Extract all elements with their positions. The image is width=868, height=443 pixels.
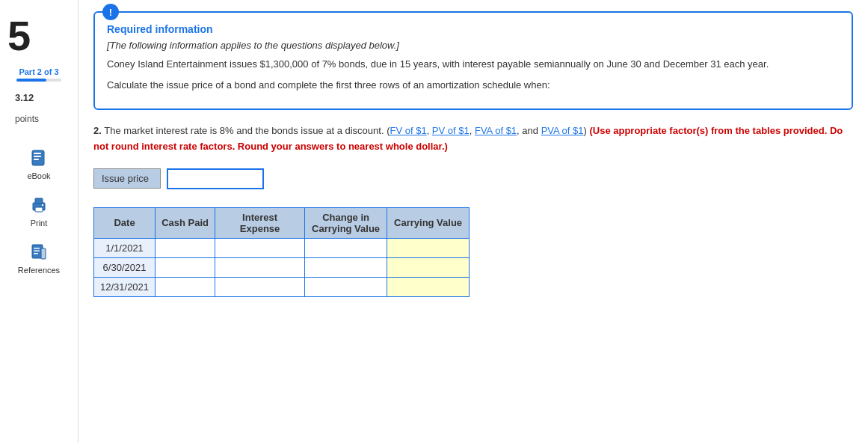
info-icon: ! xyxy=(102,4,119,20)
references-label: References xyxy=(18,266,60,275)
part-label: Part 2 of 3 xyxy=(19,67,58,76)
header-cash-paid: Cash Paid xyxy=(156,207,215,238)
references-button[interactable]: References xyxy=(18,241,60,275)
ebook-icon xyxy=(28,147,50,169)
issue-price-label: Issue price xyxy=(93,168,161,189)
info-box: ! Required information [The following in… xyxy=(93,11,853,110)
header-carrying-value: Carrying Value xyxy=(387,207,470,238)
change-input-3[interactable] xyxy=(311,281,381,293)
info-body: Coney Island Entertainment issues $1,300… xyxy=(107,57,840,72)
part-progress-bar xyxy=(16,79,61,82)
cash-paid-cell-2[interactable] xyxy=(156,257,215,277)
carrying-input-1[interactable] xyxy=(393,242,463,254)
interest-expense-cell-3[interactable] xyxy=(215,277,305,296)
header-date: Date xyxy=(94,207,156,238)
question-text: 2. The market interest rate is 8% and th… xyxy=(93,123,853,155)
question-section: 2. The market interest rate is 8% and th… xyxy=(93,123,853,155)
change-input-1[interactable] xyxy=(311,242,381,254)
issue-price-input[interactable] xyxy=(167,168,264,189)
carrying-input-2[interactable] xyxy=(393,262,463,273)
fva-link[interactable]: FVA of $1 xyxy=(475,125,517,136)
date-cell-3: 12/31/2021 xyxy=(94,277,156,296)
question-number-label: 2. xyxy=(93,125,102,136)
interest-expense-input-2[interactable] xyxy=(221,262,298,273)
ebook-label: eBook xyxy=(27,171,50,180)
part-bar-fill xyxy=(16,79,46,82)
table-row: 12/31/2021 xyxy=(94,277,470,296)
interest-expense-input-3[interactable] xyxy=(221,281,298,293)
header-interest-expense: Interest Expense xyxy=(215,207,305,238)
carrying-cell-2[interactable] xyxy=(387,257,470,277)
change-cell-1[interactable] xyxy=(305,238,387,257)
points-value: 3.12 xyxy=(7,92,39,103)
pv-link[interactable]: PV of $1 xyxy=(432,125,470,136)
pva-link[interactable]: PVA of $1 xyxy=(541,125,584,136)
carrying-input-3[interactable] xyxy=(393,281,463,293)
svg-rect-10 xyxy=(34,251,40,252)
interest-expense-input-1[interactable] xyxy=(221,242,298,254)
cash-paid-input-1[interactable] xyxy=(161,242,209,254)
change-input-2[interactable] xyxy=(311,262,381,273)
cash-paid-cell-1[interactable] xyxy=(156,238,215,257)
references-icon xyxy=(28,241,50,263)
print-label: Print xyxy=(31,219,48,227)
svg-point-7 xyxy=(42,204,43,206)
change-cell-3[interactable] xyxy=(305,277,387,296)
cash-paid-input-2[interactable] xyxy=(161,262,209,273)
svg-rect-2 xyxy=(34,156,41,157)
table-row: 1/1/2021 xyxy=(94,238,470,257)
interest-expense-cell-1[interactable] xyxy=(215,238,305,257)
svg-rect-9 xyxy=(34,248,40,249)
svg-rect-12 xyxy=(41,248,46,259)
fv-link[interactable]: FV of $1 xyxy=(390,125,426,136)
table-row: 6/30/2021 xyxy=(94,257,470,277)
header-change-carrying: Change in Carrying Value xyxy=(305,207,387,238)
points-label: points xyxy=(7,114,39,124)
svg-rect-3 xyxy=(34,159,39,160)
info-title: Required information xyxy=(107,23,840,35)
carrying-cell-1[interactable] xyxy=(387,238,470,257)
carrying-cell-3[interactable] xyxy=(387,277,470,296)
print-icon xyxy=(28,194,50,216)
interest-expense-cell-2[interactable] xyxy=(215,257,305,277)
cash-paid-cell-3[interactable] xyxy=(156,277,215,296)
svg-rect-1 xyxy=(34,153,41,154)
date-cell-2: 6/30/2021 xyxy=(94,257,156,277)
change-cell-2[interactable] xyxy=(305,257,387,277)
cash-paid-input-3[interactable] xyxy=(161,281,209,293)
print-button[interactable]: Print xyxy=(28,194,50,227)
question-number: 5 xyxy=(0,7,31,64)
info-instruction: Calculate the issue price of a bond and … xyxy=(107,78,840,93)
svg-rect-5 xyxy=(35,198,43,204)
amortization-table: Date Cash Paid Interest Expense Change i… xyxy=(93,207,470,297)
ebook-button[interactable]: eBook xyxy=(27,147,50,180)
svg-rect-11 xyxy=(34,253,38,254)
svg-rect-6 xyxy=(35,207,43,212)
date-cell-1: 1/1/2021 xyxy=(94,238,156,257)
info-italic: [The following information applies to th… xyxy=(107,40,840,51)
issue-price-row: Issue price xyxy=(93,168,853,189)
